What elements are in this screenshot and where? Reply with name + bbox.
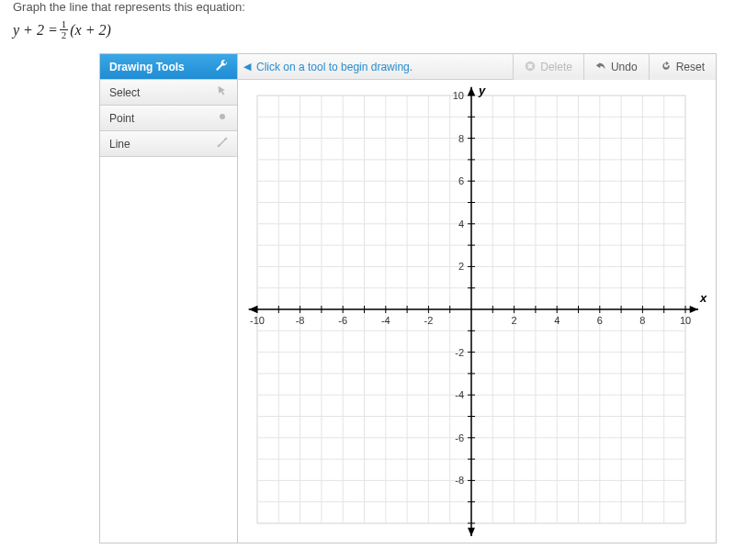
tool-point[interactable]: Point	[100, 106, 237, 131]
cursor-icon	[217, 85, 228, 99]
delete-button[interactable]: Delete	[513, 54, 583, 80]
delete-label: Delete	[540, 61, 572, 73]
svg-text:6: 6	[458, 175, 464, 186]
svg-marker-50	[690, 306, 698, 313]
svg-text:x: x	[699, 291, 707, 305]
line-icon	[217, 137, 228, 151]
coordinate-grid: -10-8-6-4-2246810-8-6-4-2246810xy	[238, 80, 716, 543]
svg-text:-4: -4	[455, 389, 464, 400]
svg-marker-52	[468, 87, 475, 95]
dot-icon	[217, 111, 228, 125]
reset-icon	[661, 61, 672, 74]
svg-text:10: 10	[680, 315, 691, 326]
svg-text:y: y	[478, 84, 486, 97]
svg-text:6: 6	[597, 315, 603, 326]
reset-label: Reset	[676, 61, 705, 73]
svg-text:-2: -2	[424, 315, 434, 326]
main-area: ◀ Click on a tool to begin drawing. Dele…	[238, 54, 716, 543]
instruction-bar: ◀ Click on a tool to begin drawing. Dele…	[238, 54, 716, 80]
question-text: Graph the line that represents this equa…	[0, 0, 735, 14]
svg-text:8: 8	[458, 133, 464, 144]
tool-select[interactable]: Select	[100, 80, 237, 106]
tool-label: Point	[109, 112, 134, 125]
equation: y + 2 = 1 2 (x + 2)	[0, 14, 735, 53]
action-bar: Delete Undo Reset	[513, 54, 716, 80]
svg-text:10: 10	[453, 90, 464, 101]
fraction: 1 2	[60, 19, 69, 40]
undo-icon	[595, 61, 606, 74]
svg-marker-53	[468, 528, 475, 536]
svg-text:-8: -8	[296, 315, 305, 326]
wrench-icon	[215, 59, 228, 74]
svg-text:-6: -6	[338, 315, 347, 326]
reset-button[interactable]: Reset	[649, 54, 716, 80]
tool-label: Select	[109, 86, 140, 99]
svg-text:-10: -10	[250, 315, 265, 326]
svg-text:2: 2	[512, 315, 517, 326]
instruction-text: Click on a tool to begin drawing.	[256, 61, 413, 73]
svg-text:-6: -6	[455, 432, 464, 443]
collapse-icon[interactable]: ◀	[243, 61, 251, 73]
undo-button[interactable]: Undo	[583, 54, 649, 80]
svg-text:4: 4	[554, 315, 560, 326]
delete-icon	[525, 61, 536, 74]
tool-label: Line	[109, 138, 130, 151]
undo-label: Undo	[611, 61, 638, 73]
svg-marker-51	[249, 306, 257, 313]
svg-text:4: 4	[458, 218, 464, 230]
drawing-widget: Drawing Tools Select Point Line	[99, 53, 717, 543]
sidebar-title: Drawing Tools	[109, 61, 185, 73]
svg-text:-8: -8	[455, 475, 464, 486]
equation-lhs: y + 2 =	[13, 22, 58, 39]
tool-sidebar: Drawing Tools Select Point Line	[100, 54, 238, 543]
equation-rhs: (x + 2)	[70, 22, 111, 39]
tool-line[interactable]: Line	[100, 131, 237, 157]
graph-canvas[interactable]: -10-8-6-4-2246810-8-6-4-2246810xy	[238, 80, 716, 543]
svg-text:-4: -4	[381, 315, 390, 326]
svg-text:2: 2	[458, 261, 464, 272]
sidebar-header: Drawing Tools	[100, 54, 237, 80]
svg-point-0	[220, 114, 225, 119]
fraction-denominator: 2	[60, 30, 69, 40]
svg-text:-2: -2	[455, 347, 464, 358]
svg-text:8: 8	[639, 315, 645, 326]
